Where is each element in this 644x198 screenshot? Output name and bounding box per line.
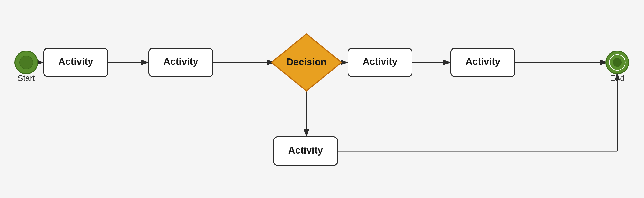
decision-label: Decision bbox=[286, 56, 326, 67]
diagram-container: Start Activity Activity Decision Activit… bbox=[0, 0, 644, 198]
start-inner bbox=[20, 56, 33, 69]
start-label: Start bbox=[18, 74, 35, 83]
activity1-label: Activity bbox=[58, 56, 93, 67]
activity3-label: Activity bbox=[363, 56, 398, 67]
end-label: End bbox=[610, 74, 625, 83]
flowchart-diagram: Start Activity Activity Decision Activit… bbox=[0, 0, 644, 198]
end-node-center bbox=[613, 58, 622, 67]
activity-bottom-label: Activity bbox=[288, 145, 323, 156]
activity4-label: Activity bbox=[466, 56, 500, 67]
activity2-label: Activity bbox=[164, 56, 198, 67]
